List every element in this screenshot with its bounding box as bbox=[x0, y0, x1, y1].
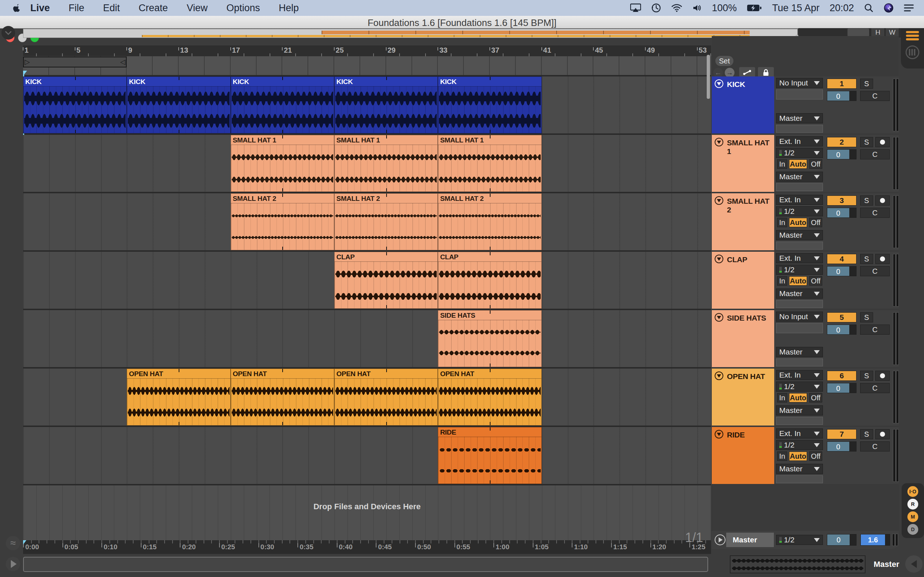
track-fold-button[interactable] bbox=[715, 430, 723, 438]
clip-small-hat-2[interactable]: SMALL HAT 2 bbox=[438, 193, 541, 250]
loop-brace[interactable]: ▷◁ bbox=[23, 56, 127, 68]
input-type-chooser[interactable]: Ext. In bbox=[776, 253, 823, 263]
track-fold-button[interactable] bbox=[715, 138, 723, 147]
track-name-block[interactable]: KICK bbox=[712, 76, 774, 134]
hide-detail-button[interactable] bbox=[905, 555, 922, 573]
track-fold-button[interactable] bbox=[715, 79, 723, 88]
arm-button[interactable] bbox=[875, 254, 890, 264]
history-forward-button[interactable]: → bbox=[725, 68, 735, 77]
track-activator[interactable]: 2 bbox=[827, 137, 856, 147]
clip-side-hats[interactable]: SIDE HATS bbox=[438, 310, 541, 367]
volume-field[interactable]: 0 bbox=[827, 91, 856, 101]
output-chooser[interactable]: Master bbox=[776, 113, 823, 123]
input-channel-chooser[interactable]: 1/2 bbox=[776, 382, 823, 392]
solo-button[interactable]: S bbox=[860, 371, 873, 381]
input-type-chooser[interactable]: Ext. In bbox=[776, 429, 823, 438]
solo-button[interactable]: S bbox=[860, 195, 873, 206]
menu-item-edit[interactable]: Edit bbox=[94, 3, 129, 14]
track-header-side-hats[interactable]: SIDE HATSNo InputMaster5S0C bbox=[712, 310, 899, 367]
pan-field[interactable]: C bbox=[860, 266, 890, 276]
solo-button[interactable]: S bbox=[860, 254, 873, 264]
scroll-follow-button[interactable] bbox=[2, 26, 15, 40]
clip-kick[interactable]: KICK bbox=[231, 76, 334, 134]
notification-list-icon[interactable] bbox=[904, 3, 914, 12]
master-select-button[interactable]: Master bbox=[870, 555, 903, 574]
pan-field[interactable]: C bbox=[860, 208, 890, 218]
track-activator[interactable]: 4 bbox=[827, 254, 856, 264]
track-name-block[interactable]: OPEN HAT bbox=[712, 369, 774, 425]
clip-open-hat[interactable]: OPEN HAT bbox=[231, 369, 334, 425]
arrangement-view-icon[interactable] bbox=[906, 31, 919, 41]
mixer-toggle[interactable]: M bbox=[908, 511, 918, 522]
clip-small-hat-1[interactable]: SMALL HAT 1 bbox=[438, 135, 541, 192]
pan-field[interactable]: C bbox=[860, 324, 890, 335]
output-chooser[interactable]: Master bbox=[776, 347, 823, 357]
optimize-width-button[interactable]: W bbox=[886, 28, 899, 37]
menu-item-help[interactable]: Help bbox=[269, 3, 308, 14]
clip-kick[interactable]: KICK bbox=[438, 76, 541, 134]
time-machine-icon[interactable] bbox=[651, 3, 661, 13]
input-type-chooser[interactable]: No Input bbox=[776, 78, 823, 88]
session-view-icon[interactable] bbox=[906, 45, 919, 59]
volume-field[interactable]: 0 bbox=[827, 383, 856, 393]
io-toggle[interactable]: I·O bbox=[908, 486, 918, 497]
clip-small-hat-2[interactable]: SMALL HAT 2 bbox=[334, 193, 438, 250]
monitor-auto-button[interactable]: Auto bbox=[789, 276, 807, 285]
track-name-block[interactable]: CLAP bbox=[712, 252, 774, 309]
clip-open-hat[interactable]: OPEN HAT bbox=[438, 369, 541, 425]
track-header-open-hat[interactable]: OPEN HATExt. In1/2InAutoOffMaster6S0C bbox=[712, 369, 899, 425]
vertical-scrollbar[interactable] bbox=[707, 55, 710, 99]
monitor-auto-button[interactable]: Auto bbox=[789, 160, 807, 169]
arm-button[interactable] bbox=[875, 195, 890, 206]
volume-field[interactable]: 0 bbox=[827, 149, 856, 160]
solo-button[interactable]: S bbox=[860, 79, 873, 89]
clip-small-hat-1[interactable]: SMALL HAT 1 bbox=[231, 135, 334, 192]
track-header-small-hat-1[interactable]: SMALL HAT 1Ext. In1/2InAutoOffMaster2S0C bbox=[712, 135, 899, 192]
monitor-off-button[interactable]: Off bbox=[809, 218, 822, 227]
clip-clap[interactable]: CLAP bbox=[438, 252, 541, 309]
output-chooser[interactable]: Master bbox=[776, 405, 823, 416]
menu-item-view[interactable]: View bbox=[177, 3, 217, 14]
track-fold-button[interactable] bbox=[715, 313, 723, 322]
output-chooser[interactable]: Master bbox=[776, 288, 823, 298]
history-back-button[interactable]: ← bbox=[713, 68, 723, 77]
clip-clap[interactable]: CLAP bbox=[334, 252, 438, 309]
wifi-icon[interactable] bbox=[671, 3, 682, 12]
track-header-clap[interactable]: CLAPExt. In1/2InAutoOffMaster4S0C bbox=[712, 252, 899, 309]
monitor-off-button[interactable]: Off bbox=[809, 276, 822, 285]
input-channel-chooser[interactable]: 1/2 bbox=[776, 265, 823, 275]
output-chooser[interactable]: Master bbox=[776, 464, 823, 474]
track-header-ride[interactable]: RIDEExt. In1/2InAutoOffMaster7S0C bbox=[712, 427, 899, 484]
volume-field[interactable]: 0 bbox=[827, 208, 856, 218]
groove-pool-button[interactable]: ≈ bbox=[6, 536, 20, 550]
input-channel-chooser[interactable]: 1/2 bbox=[776, 148, 823, 158]
master-volume-field[interactable]: 0 bbox=[827, 534, 856, 546]
menu-date[interactable]: Tue 15 Apr bbox=[772, 3, 819, 14]
volume-field[interactable]: 0 bbox=[827, 442, 856, 451]
monitor-off-button[interactable]: Off bbox=[809, 451, 822, 461]
monitor-in-button[interactable]: In bbox=[777, 393, 787, 403]
track-name-block[interactable]: SMALL HAT 1 bbox=[712, 135, 774, 192]
output-chooser[interactable]: Master bbox=[776, 230, 823, 240]
clip-ride[interactable]: RIDE bbox=[438, 427, 541, 484]
pan-field[interactable]: C bbox=[860, 442, 890, 451]
input-type-chooser[interactable]: Ext. In bbox=[776, 370, 823, 380]
input-type-chooser[interactable]: No Input bbox=[776, 311, 823, 322]
track-activator[interactable]: 7 bbox=[827, 429, 856, 439]
track-fold-button[interactable] bbox=[715, 196, 723, 205]
pan-field[interactable]: C bbox=[860, 383, 890, 393]
volume-field[interactable]: 0 bbox=[827, 324, 856, 335]
optimize-height-button[interactable]: H bbox=[871, 28, 884, 37]
clip-open-hat[interactable]: OPEN HAT bbox=[127, 369, 230, 425]
delay-toggle[interactable]: D bbox=[908, 524, 918, 535]
airplay-icon[interactable] bbox=[630, 3, 641, 13]
track-activator[interactable]: 3 bbox=[827, 195, 856, 206]
volume-field[interactable]: 0 bbox=[827, 266, 856, 276]
cue-volume-field[interactable]: 1.6 bbox=[861, 534, 890, 546]
menu-time[interactable]: 20:02 bbox=[829, 3, 854, 14]
solo-button[interactable]: S bbox=[860, 312, 873, 322]
monitor-in-button[interactable]: In bbox=[777, 276, 787, 285]
clip-overview-box[interactable] bbox=[730, 555, 866, 574]
track-fold-button[interactable] bbox=[715, 371, 723, 380]
track-name-block[interactable]: RIDE bbox=[712, 427, 774, 484]
